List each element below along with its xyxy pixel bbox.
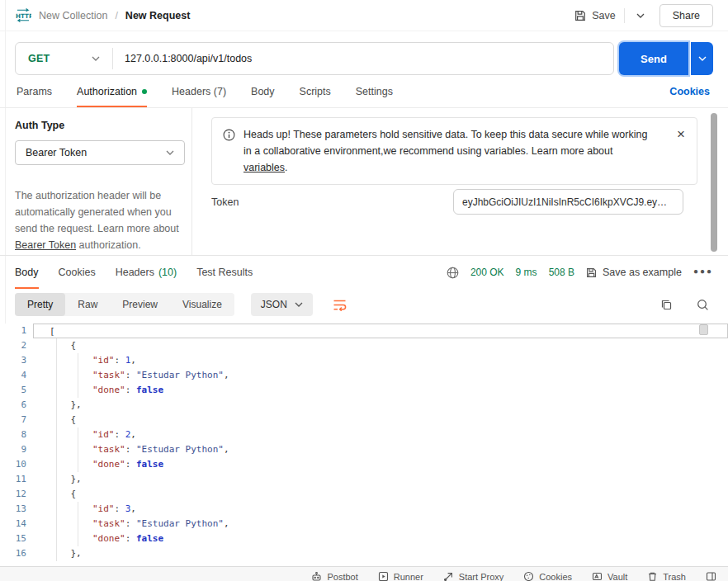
view-mode-raw[interactable]: Raw xyxy=(65,293,110,316)
url-input[interactable] xyxy=(113,53,613,64)
tab-settings[interactable]: Settings xyxy=(356,76,393,107)
code-line-5: 5 "done": false xyxy=(0,383,728,398)
runner-label: Runner xyxy=(394,572,423,581)
code-line-4: 4 "task": "Estudar Python", xyxy=(0,368,728,383)
response-tab-headers[interactable]: Headers (10) xyxy=(116,256,177,289)
code-line-10: 10 "done": false xyxy=(0,457,728,472)
code-lines: 1[2 {3 "id": 1,4 "task": "Estudar Python… xyxy=(0,324,728,561)
line-number: 15 xyxy=(0,531,33,546)
response-tab-test-results-label: Test Results xyxy=(196,267,253,278)
indent-guide xyxy=(78,427,78,472)
tab-scripts-label: Scripts xyxy=(300,86,331,97)
vertical-scrollbar[interactable] xyxy=(711,113,717,252)
start-proxy-button[interactable]: Start Proxy xyxy=(443,571,503,581)
tab-body[interactable]: Body xyxy=(251,76,275,107)
code-line-16: 16 }, xyxy=(0,546,728,561)
tab-authorization-label: Authorization xyxy=(77,86,137,97)
line-number: 8 xyxy=(0,427,33,442)
code-line-14: 14 "task": "Estudar Python", xyxy=(0,517,728,531)
bearer-token-link[interactable]: Bearer Token xyxy=(15,239,76,251)
tab-headers[interactable]: Headers (7) xyxy=(172,76,226,107)
search-icon[interactable] xyxy=(692,294,713,315)
trash-icon xyxy=(647,571,658,581)
postbot-icon xyxy=(311,571,322,581)
method-selector[interactable]: GET xyxy=(16,53,112,64)
banner-close-icon[interactable]: × xyxy=(675,126,687,141)
cookies-link[interactable]: Cookies xyxy=(669,76,710,107)
auth-description-suffix: authorization. xyxy=(76,239,141,251)
response-tab-body[interactable]: Body xyxy=(15,256,39,289)
line-number: 12 xyxy=(0,487,33,502)
line-number: 3 xyxy=(0,353,33,368)
save-options-button[interactable] xyxy=(633,13,648,18)
info-icon xyxy=(223,126,235,176)
breadcrumb-collection[interactable]: New Collection xyxy=(39,10,107,21)
tab-params[interactable]: Params xyxy=(17,76,52,107)
variables-link[interactable]: variables xyxy=(243,162,285,173)
start-proxy-label: Start Proxy xyxy=(459,572,503,581)
tab-params-label: Params xyxy=(17,86,52,97)
auth-type-select[interactable]: Bearer Token xyxy=(15,140,185,165)
postbot-button[interactable]: Postbot xyxy=(311,571,357,581)
runner-button[interactable]: Runner xyxy=(378,571,423,581)
response-tab-test-results[interactable]: Test Results xyxy=(196,256,253,289)
breadcrumb: HTTP New Collection / New Request xyxy=(15,8,190,22)
breadcrumb-request[interactable]: New Request xyxy=(125,10,191,21)
view-mode-pretty[interactable]: Pretty xyxy=(15,293,65,316)
response-headers-count: (10) xyxy=(158,267,177,278)
view-mode-visualize[interactable]: Visualize xyxy=(170,293,234,316)
line-number: 13 xyxy=(0,502,33,517)
response-tab-body-label: Body xyxy=(15,267,39,278)
response-toolbar: Pretty Raw Preview Visualize JSON xyxy=(0,289,728,320)
wrap-lines-icon[interactable] xyxy=(328,293,352,316)
copy-icon[interactable] xyxy=(655,294,677,315)
trash-button[interactable]: Trash xyxy=(647,571,686,581)
send-options-button[interactable] xyxy=(691,42,713,75)
breadcrumb-separator: / xyxy=(115,10,117,21)
send-button[interactable]: Send xyxy=(619,42,688,75)
line-number: 1 xyxy=(0,324,33,338)
panel-toggle-button[interactable] xyxy=(706,571,716,581)
auth-type-pane: Auth Type Bearer Token The authorization… xyxy=(0,108,192,255)
panel-layout-icon xyxy=(706,571,716,581)
response-time[interactable]: 9 ms xyxy=(516,267,537,278)
network-globe-icon[interactable] xyxy=(447,267,459,279)
response-body-editor[interactable]: 1[2 {3 "id": 1,4 "task": "Estudar Python… xyxy=(0,324,728,566)
code-line-13: 13 "id": 3, xyxy=(0,502,728,517)
save-as-example-button[interactable]: Save as example xyxy=(586,267,682,278)
tab-headers-label: Headers (7) xyxy=(172,86,226,97)
http-request-icon: HTTP xyxy=(15,8,31,22)
response-size[interactable]: 508 B xyxy=(549,267,574,278)
response-panel: Body Cookies Headers (10) Test Results 2… xyxy=(0,256,728,581)
format-selector[interactable]: JSON xyxy=(251,293,313,316)
send-button-group: Send xyxy=(619,42,713,75)
tab-authorization[interactable]: Authorization xyxy=(77,76,147,107)
trash-label: Trash xyxy=(663,572,686,581)
response-meta: 200 OK 9 ms 508 B Save as example ●●● xyxy=(447,256,713,289)
chevron-down-icon xyxy=(636,13,645,18)
cookies-button[interactable]: Cookies xyxy=(523,571,572,581)
status-badge[interactable]: 200 OK xyxy=(470,267,504,278)
chevron-down-icon xyxy=(295,302,303,307)
view-mode-preview[interactable]: Preview xyxy=(110,293,170,316)
editor-scrollbar[interactable] xyxy=(699,324,708,335)
url-container: GET xyxy=(15,42,614,75)
status-bar: Postbot Runner Start Proxy xyxy=(0,566,728,581)
auth-type-label: Auth Type xyxy=(15,120,191,131)
response-tab-cookies[interactable]: Cookies xyxy=(59,256,96,289)
token-input[interactable] xyxy=(453,189,683,215)
tab-scripts[interactable]: Scripts xyxy=(300,76,331,107)
line-number: 10 xyxy=(0,457,33,472)
code-line-7: 7 { xyxy=(0,413,728,427)
code-line-9: 9 "task": "Estudar Python", xyxy=(0,442,728,457)
chevron-down-icon xyxy=(166,150,174,155)
code-line-8: 8 "id": 2, xyxy=(0,427,728,442)
share-button[interactable]: Share xyxy=(659,4,713,27)
indent-guide xyxy=(78,353,78,398)
indent-guide xyxy=(56,338,57,561)
more-options-icon[interactable]: ●●● xyxy=(693,267,713,279)
vault-label: Vault xyxy=(607,572,627,581)
vault-button[interactable]: Vault xyxy=(592,571,627,581)
save-button[interactable]: Save xyxy=(574,10,616,21)
authorization-panel: Auth Type Bearer Token The authorization… xyxy=(0,108,728,256)
